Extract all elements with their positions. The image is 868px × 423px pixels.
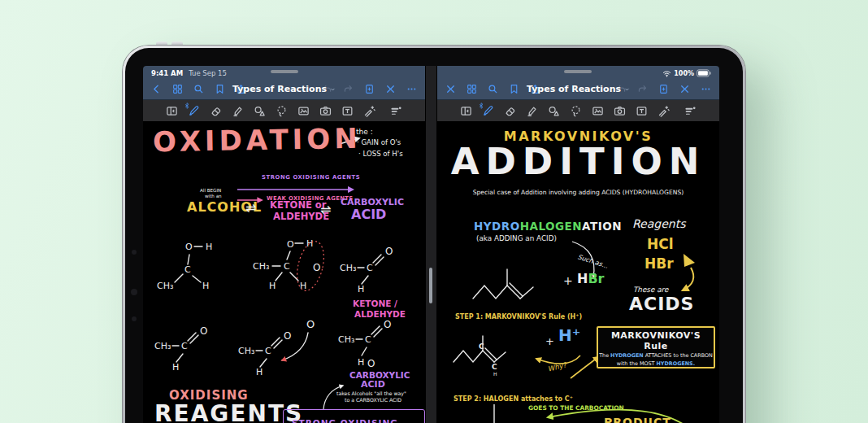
hcl-reagent: HCl: [647, 237, 674, 253]
aldehyde-structure-label: ALDEHYDE: [354, 309, 406, 319]
ethanol-structure: CH₃ C O H H: [155, 237, 241, 295]
h-plus-ion: H⁺: [558, 326, 580, 345]
left-statusbar: 9:41 AM Tue Sep 15: [143, 66, 425, 79]
svg-text:C: C: [265, 346, 271, 356]
camera-tool-icon[interactable]: [614, 105, 626, 117]
image-tool-icon[interactable]: [297, 105, 310, 117]
svg-text:C: C: [492, 363, 497, 371]
redo-icon[interactable]: [637, 84, 648, 94]
ation-word: ATION: [582, 220, 622, 233]
eraser-tool-icon[interactable]: [210, 105, 222, 117]
right-app-pane: 100% Types of Reaction: [437, 66, 719, 423]
ketone-structure-label: KETONE /: [353, 299, 397, 308]
document-title-dropdown[interactable]: Types of Reactions: [232, 84, 336, 94]
aka-note: (aka ADDING an ACID): [476, 234, 557, 242]
status-time: 9:41 AM: [151, 69, 183, 77]
pages-panel-icon[interactable]: [166, 105, 178, 117]
chevron-down-icon: [623, 86, 630, 93]
hbr-formula: HBr: [577, 272, 604, 286]
window-drag-pill[interactable]: [564, 70, 592, 73]
status-date: Tue Sep 15: [189, 69, 227, 77]
split-view-divider[interactable]: [425, 66, 437, 423]
svg-text:H: H: [493, 371, 497, 377]
battery-percent: 100%: [674, 70, 694, 77]
highlighter-tool-icon[interactable]: [526, 105, 538, 117]
svg-text:H: H: [358, 284, 364, 294]
screen: 9:41 AM Tue Sep 15 Types: [143, 66, 719, 423]
svg-text:O: O: [284, 330, 291, 342]
stroke-settings-icon[interactable]: [684, 105, 697, 117]
page-title-addition: ADDITION: [437, 141, 719, 183]
bookmark-icon[interactable]: [509, 84, 519, 94]
carbocation-note: GOES TO THE CARBOCATION: [528, 405, 624, 412]
svg-text:C: C: [367, 263, 373, 273]
strong-oxidising-agent-box: STRONG OXIDISING AGENT: [283, 409, 425, 423]
search-icon[interactable]: [488, 84, 498, 94]
right-navbar: Types of Reactions: [437, 79, 719, 99]
close-icon[interactable]: [679, 84, 690, 94]
left-toolbar: [143, 99, 425, 121]
stroke-settings-icon[interactable]: [390, 105, 402, 117]
close-icon[interactable]: [385, 84, 396, 94]
document-title-dropdown[interactable]: Types of Reactions: [527, 84, 630, 94]
split-view-drag-handle[interactable]: [429, 268, 432, 303]
svg-text:H: H: [269, 281, 276, 291]
ipad-device: 9:41 AM Tue Sep 15 Types: [123, 46, 745, 423]
hydrohalogenation-heading: HYDROHALOGENATION: [474, 220, 622, 233]
shapes-tool-icon[interactable]: [548, 105, 560, 117]
svg-text:C: C: [181, 341, 188, 351]
step1-alkene-structure: C C H: [452, 326, 540, 377]
left-app-pane: 9:41 AM Tue Sep 15 Types: [143, 66, 425, 423]
plus-sign: +: [563, 274, 573, 287]
definition-gain: · GAIN of O's: [357, 139, 401, 147]
thumbnails-grid-icon[interactable]: [172, 84, 183, 94]
highlighter-tool-icon[interactable]: [232, 105, 244, 117]
add-page-icon[interactable]: [658, 84, 669, 94]
definition-loss: · LOSS of H's: [358, 150, 403, 159]
aldehyde-plus-oxygen-structure: CH₃ C O H O: [237, 316, 328, 386]
window-drag-pill[interactable]: [271, 70, 298, 73]
bookmark-icon[interactable]: [215, 84, 225, 94]
pages-panel-icon[interactable]: [460, 105, 472, 117]
ketone-label: KETONE or: [270, 200, 326, 211]
right-note-canvas[interactable]: MARKOVNIKOV'S ADDITION Special case of A…: [437, 121, 719, 423]
search-icon[interactable]: [193, 84, 204, 94]
thumbnails-grid-icon[interactable]: [467, 84, 477, 94]
svg-text:O: O: [384, 319, 391, 330]
text-tool-icon[interactable]: [636, 105, 648, 117]
camera-tool-icon[interactable]: [319, 105, 332, 117]
more-ellipsis-icon[interactable]: [406, 84, 417, 94]
halogen-word: HALOGEN: [520, 220, 582, 233]
pen-tool-icon[interactable]: [188, 105, 200, 117]
svg-text:C: C: [365, 334, 371, 345]
add-page-icon[interactable]: [364, 84, 375, 94]
definition-head: the :: [356, 128, 373, 136]
svg-text:O: O: [306, 318, 315, 330]
text-tool-icon[interactable]: [341, 105, 354, 117]
lasso-tool-icon[interactable]: [276, 105, 288, 117]
image-tool-icon[interactable]: [592, 105, 604, 117]
chevron-down-icon: [329, 86, 336, 93]
carboxylic-acid-structure: CH₃ C O H O: [338, 320, 419, 372]
aldehyde-structure: CH₃ C O H: [340, 238, 417, 297]
svg-text:H: H: [358, 357, 364, 368]
laser-pointer-icon[interactable]: [658, 105, 670, 117]
back-chevron-icon[interactable]: [151, 84, 162, 94]
svg-text:H: H: [300, 281, 306, 291]
redo-icon[interactable]: [343, 84, 354, 94]
pen-tool-icon[interactable]: [482, 105, 494, 117]
close-split-icon[interactable]: [445, 84, 456, 94]
alkene-structure: [470, 261, 566, 308]
shapes-tool-icon[interactable]: [254, 105, 266, 117]
bluetooth-icon: [479, 102, 484, 109]
eraser-tool-icon[interactable]: [504, 105, 516, 117]
left-note-canvas[interactable]: OXIDATION the : · GAIN of O's · LOSS of …: [143, 121, 425, 423]
plus-sign-2: +: [545, 336, 554, 348]
lasso-tool-icon[interactable]: [570, 105, 582, 117]
more-ellipsis-icon[interactable]: [701, 84, 711, 94]
battery-icon: [697, 69, 711, 77]
acid-label: ACID: [351, 207, 386, 222]
laser-pointer-icon[interactable]: [363, 105, 375, 117]
hbr-h: H: [577, 271, 588, 286]
svg-text:O: O: [313, 262, 320, 273]
